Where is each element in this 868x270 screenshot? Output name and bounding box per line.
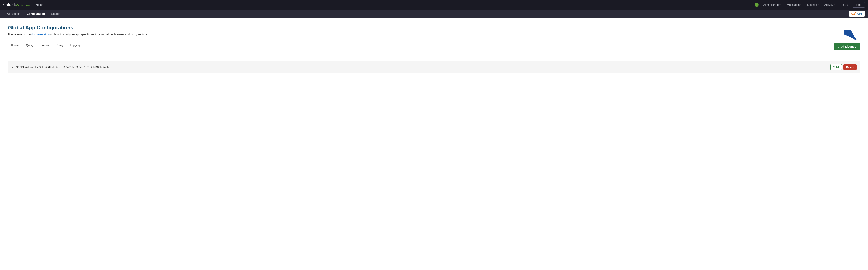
tab-query[interactable]: Query	[23, 42, 37, 49]
chevron-down-icon: ▾	[780, 4, 781, 6]
license-row-right: Valid Delete	[830, 64, 857, 70]
splunk-logo[interactable]: splunk>enterprise	[3, 3, 31, 7]
tab-license[interactable]: License	[37, 42, 53, 49]
nav-messages[interactable]: Messages ▾	[784, 0, 804, 9]
chevron-down-icon: ▾	[847, 4, 848, 6]
subnav-configuration[interactable]: Configuration	[24, 9, 48, 18]
page-title: Global App Configurations	[8, 25, 860, 31]
arrow-annotation	[844, 30, 858, 42]
logo-splunk-text: splunk	[3, 3, 16, 7]
sub-nav-left: Workbench Configuration Search	[3, 9, 63, 18]
page-content: Global App Configurations Please refer t…	[0, 18, 868, 79]
license-row-left: ► S3SPL Add-on for Splunk (Flatrate) :: …	[11, 65, 109, 69]
expand-icon[interactable]: ►	[11, 65, 14, 69]
tab-proxy[interactable]: Proxy	[53, 42, 67, 49]
sub-navigation: Workbench Configuration Search S3 SPL	[0, 9, 868, 18]
chevron-down-icon: ▾	[818, 4, 819, 6]
nav-administrator[interactable]: Administrator ▾	[761, 0, 784, 9]
svg-line-1	[846, 31, 856, 39]
nav-activity[interactable]: Activity ▾	[822, 0, 837, 9]
top-navigation: splunk>enterprise Apps ▾ ✓ Administrator…	[0, 0, 868, 9]
nav-help[interactable]: Help ▾	[838, 0, 850, 9]
find-button[interactable]: Find	[853, 2, 865, 7]
delete-button[interactable]: Delete	[843, 64, 857, 70]
license-name: S3SPL Add-on for Splunk (Flatrate) :: 12…	[16, 65, 109, 69]
tab-bucket[interactable]: Bucket	[8, 42, 23, 49]
valid-badge: Valid	[830, 64, 842, 70]
logo-enterprise: enterprise	[18, 4, 31, 7]
add-license-area: Add License	[835, 30, 860, 50]
add-license-button[interactable]: Add License	[835, 43, 860, 50]
nav-settings[interactable]: Settings ▾	[805, 0, 821, 9]
chevron-down-icon: ▾	[800, 4, 801, 6]
s3spl-spl-text: SPL	[857, 12, 863, 16]
tabs-area: Bucket Query License Proxy Logging	[8, 42, 860, 49]
license-section: ► S3SPL Add-on for Splunk (Flatrate) :: …	[8, 61, 860, 73]
tabs-container: Bucket Query License Proxy Logging	[8, 42, 860, 49]
page-description: Please refer to the documentation on how…	[8, 33, 860, 36]
status-indicator: ✓	[754, 3, 758, 7]
subnav-workbench[interactable]: Workbench	[3, 9, 24, 18]
s3spl-s3-text: S3	[850, 12, 855, 16]
chevron-down-icon: ▾	[834, 4, 835, 6]
s3spl-logo: S3 SPL	[849, 11, 865, 17]
subnav-search[interactable]: Search	[48, 9, 63, 18]
license-row: ► S3SPL Add-on for Splunk (Flatrate) :: …	[8, 61, 860, 73]
logo-gt: >	[16, 3, 18, 7]
tab-logging[interactable]: Logging	[67, 42, 83, 49]
documentation-link[interactable]: documentation	[31, 33, 50, 36]
nav-apps[interactable]: Apps ▾	[33, 0, 46, 9]
chevron-down-icon: ▾	[42, 4, 43, 6]
